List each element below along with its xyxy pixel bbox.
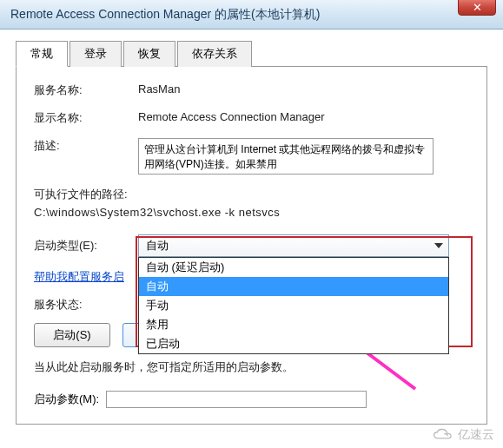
row-description: 描述: 管理从这台计算机到 Internet 或其他远程网络的拨号和虚拟专用网络… bbox=[34, 138, 469, 175]
label-service-status: 服务状态: bbox=[34, 297, 138, 313]
watermark-text: 亿速云 bbox=[458, 427, 494, 443]
close-button[interactable]: ✕ bbox=[458, 0, 496, 16]
startup-params-note: 当从此处启动服务时，您可指定所适用的启动参数。 bbox=[34, 359, 469, 375]
titlebar: Remote Access Connection Manager 的属性(本地计… bbox=[0, 0, 503, 30]
tab-general[interactable]: 常规 bbox=[16, 41, 68, 67]
label-display-name: 显示名称: bbox=[34, 110, 138, 126]
row-start-params: 启动参数(M): bbox=[34, 391, 469, 408]
row-display-name: 显示名称: Remote Access Connection Manager bbox=[34, 110, 469, 126]
label-startup-type: 启动类型(E): bbox=[34, 238, 138, 254]
label-description: 描述: bbox=[34, 138, 138, 154]
option-auto[interactable]: 自动 bbox=[139, 277, 448, 296]
startup-dropdown-host: 自动 自动 (延迟启动) 自动 手动 禁用 已启动 bbox=[138, 234, 469, 257]
chevron-down-icon bbox=[434, 243, 443, 248]
tab-logon[interactable]: 登录 bbox=[69, 41, 122, 67]
startup-selected-value: 自动 bbox=[146, 238, 169, 254]
start-params-input[interactable] bbox=[106, 391, 367, 408]
label-start-params: 启动参数(M): bbox=[34, 392, 99, 407]
option-started[interactable]: 已启动 bbox=[139, 334, 448, 353]
watermark: 亿速云 bbox=[432, 427, 494, 443]
help-link[interactable]: 帮助我配置服务启 bbox=[34, 269, 124, 285]
option-manual[interactable]: 手动 bbox=[139, 296, 448, 315]
tab-content: 服务名称: RasMan 显示名称: Remote Access Connect… bbox=[16, 67, 487, 425]
close-icon: ✕ bbox=[473, 1, 482, 14]
label-executable-path: 可执行文件的路径: bbox=[34, 187, 469, 202]
value-display-name: Remote Access Connection Manager bbox=[138, 110, 469, 123]
window-title: Remote Access Connection Manager 的属性(本地计… bbox=[10, 7, 320, 23]
row-service-name: 服务名称: RasMan bbox=[34, 82, 469, 98]
cloud-icon bbox=[432, 427, 454, 443]
row-startup-type: 启动类型(E): 自动 自动 (延迟启动) 自动 手动 禁用 已启动 bbox=[34, 234, 469, 257]
description-textbox[interactable]: 管理从这台计算机到 Internet 或其他远程网络的拨号和虚拟专用网络(VPN… bbox=[138, 138, 434, 175]
tab-strip: 常规 登录 恢复 依存关系 bbox=[16, 40, 487, 67]
value-executable-path: C:\windows\System32\svchost.exe -k netsv… bbox=[34, 206, 469, 219]
tab-recovery[interactable]: 恢复 bbox=[123, 41, 175, 67]
start-button[interactable]: 启动(S) bbox=[34, 323, 110, 347]
value-service-name: RasMan bbox=[138, 82, 469, 96]
option-disabled[interactable]: 禁用 bbox=[139, 315, 448, 334]
dialog-body: 常规 登录 恢复 依存关系 服务名称: RasMan 显示名称: Remote … bbox=[0, 30, 503, 435]
label-service-name: 服务名称: bbox=[34, 82, 138, 98]
startup-dropdown-list: 自动 (延迟启动) 自动 手动 禁用 已启动 bbox=[138, 257, 449, 354]
option-auto-delayed[interactable]: 自动 (延迟启动) bbox=[139, 258, 448, 277]
tab-dependencies[interactable]: 依存关系 bbox=[177, 41, 252, 67]
path-section: 可执行文件的路径: C:\windows\System32\svchost.ex… bbox=[34, 187, 469, 219]
startup-type-dropdown[interactable]: 自动 bbox=[138, 234, 449, 257]
